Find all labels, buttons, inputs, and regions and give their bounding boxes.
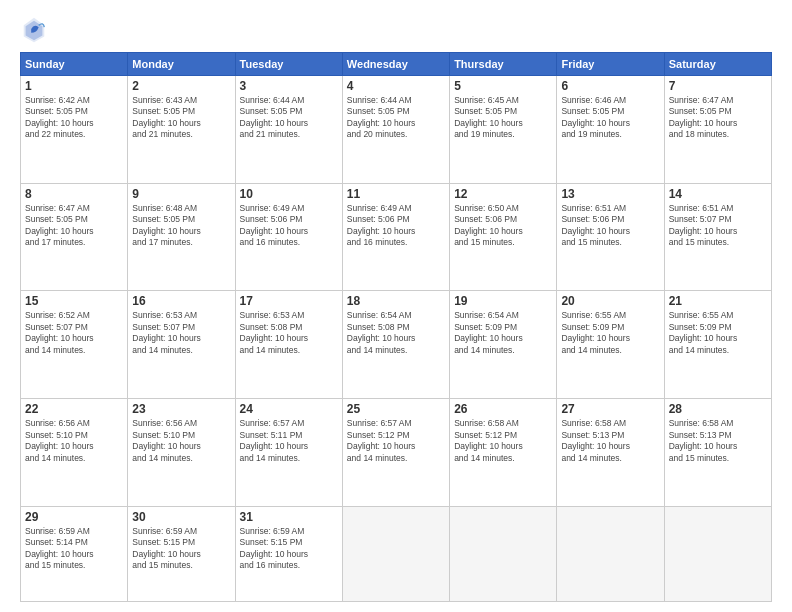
day-info: Sunrise: 6:43 AMSunset: 5:05 PMDaylight:… — [132, 95, 230, 141]
calendar-cell — [450, 506, 557, 601]
calendar-week-row: 22Sunrise: 6:56 AMSunset: 5:10 PMDayligh… — [21, 399, 772, 507]
day-number: 31 — [240, 510, 338, 524]
day-info: Sunrise: 6:47 AMSunset: 5:05 PMDaylight:… — [669, 95, 767, 141]
calendar-cell — [557, 506, 664, 601]
day-number: 2 — [132, 79, 230, 93]
calendar-cell: 10Sunrise: 6:49 AMSunset: 5:06 PMDayligh… — [235, 183, 342, 291]
day-number: 23 — [132, 402, 230, 416]
calendar-body: 1Sunrise: 6:42 AMSunset: 5:05 PMDaylight… — [21, 76, 772, 602]
day-info: Sunrise: 6:55 AMSunset: 5:09 PMDaylight:… — [669, 310, 767, 356]
day-info: Sunrise: 6:54 AMSunset: 5:09 PMDaylight:… — [454, 310, 552, 356]
day-number: 18 — [347, 294, 445, 308]
logo — [20, 16, 52, 44]
day-number: 17 — [240, 294, 338, 308]
calendar-cell: 14Sunrise: 6:51 AMSunset: 5:07 PMDayligh… — [664, 183, 771, 291]
day-number: 4 — [347, 79, 445, 93]
day-info: Sunrise: 6:59 AMSunset: 5:15 PMDaylight:… — [132, 526, 230, 572]
calendar-header: SundayMondayTuesdayWednesdayThursdayFrid… — [21, 53, 772, 76]
day-info: Sunrise: 6:55 AMSunset: 5:09 PMDaylight:… — [561, 310, 659, 356]
calendar-cell: 28Sunrise: 6:58 AMSunset: 5:13 PMDayligh… — [664, 399, 771, 507]
calendar-cell: 15Sunrise: 6:52 AMSunset: 5:07 PMDayligh… — [21, 291, 128, 399]
calendar-cell: 6Sunrise: 6:46 AMSunset: 5:05 PMDaylight… — [557, 76, 664, 184]
calendar-cell: 20Sunrise: 6:55 AMSunset: 5:09 PMDayligh… — [557, 291, 664, 399]
day-number: 13 — [561, 187, 659, 201]
day-info: Sunrise: 6:44 AMSunset: 5:05 PMDaylight:… — [240, 95, 338, 141]
logo-icon — [20, 16, 48, 44]
day-info: Sunrise: 6:42 AMSunset: 5:05 PMDaylight:… — [25, 95, 123, 141]
calendar-table: SundayMondayTuesdayWednesdayThursdayFrid… — [20, 52, 772, 602]
calendar-cell: 9Sunrise: 6:48 AMSunset: 5:05 PMDaylight… — [128, 183, 235, 291]
day-info: Sunrise: 6:56 AMSunset: 5:10 PMDaylight:… — [132, 418, 230, 464]
day-number: 29 — [25, 510, 123, 524]
day-info: Sunrise: 6:57 AMSunset: 5:11 PMDaylight:… — [240, 418, 338, 464]
day-info: Sunrise: 6:53 AMSunset: 5:08 PMDaylight:… — [240, 310, 338, 356]
day-number: 15 — [25, 294, 123, 308]
day-number: 6 — [561, 79, 659, 93]
weekday-header-sunday: Sunday — [21, 53, 128, 76]
calendar-cell: 31Sunrise: 6:59 AMSunset: 5:15 PMDayligh… — [235, 506, 342, 601]
calendar-cell: 4Sunrise: 6:44 AMSunset: 5:05 PMDaylight… — [342, 76, 449, 184]
calendar-cell: 12Sunrise: 6:50 AMSunset: 5:06 PMDayligh… — [450, 183, 557, 291]
calendar-week-row: 15Sunrise: 6:52 AMSunset: 5:07 PMDayligh… — [21, 291, 772, 399]
calendar-cell — [342, 506, 449, 601]
calendar-cell: 8Sunrise: 6:47 AMSunset: 5:05 PMDaylight… — [21, 183, 128, 291]
day-number: 27 — [561, 402, 659, 416]
calendar-cell: 7Sunrise: 6:47 AMSunset: 5:05 PMDaylight… — [664, 76, 771, 184]
day-number: 25 — [347, 402, 445, 416]
calendar-week-row: 8Sunrise: 6:47 AMSunset: 5:05 PMDaylight… — [21, 183, 772, 291]
day-number: 1 — [25, 79, 123, 93]
day-number: 10 — [240, 187, 338, 201]
day-number: 8 — [25, 187, 123, 201]
calendar-cell: 27Sunrise: 6:58 AMSunset: 5:13 PMDayligh… — [557, 399, 664, 507]
calendar-cell — [664, 506, 771, 601]
calendar-cell: 24Sunrise: 6:57 AMSunset: 5:11 PMDayligh… — [235, 399, 342, 507]
weekday-header-thursday: Thursday — [450, 53, 557, 76]
day-info: Sunrise: 6:47 AMSunset: 5:05 PMDaylight:… — [25, 203, 123, 249]
day-number: 22 — [25, 402, 123, 416]
day-number: 28 — [669, 402, 767, 416]
calendar-cell: 18Sunrise: 6:54 AMSunset: 5:08 PMDayligh… — [342, 291, 449, 399]
day-info: Sunrise: 6:56 AMSunset: 5:10 PMDaylight:… — [25, 418, 123, 464]
day-number: 19 — [454, 294, 552, 308]
day-info: Sunrise: 6:51 AMSunset: 5:06 PMDaylight:… — [561, 203, 659, 249]
weekday-header-row: SundayMondayTuesdayWednesdayThursdayFrid… — [21, 53, 772, 76]
calendar-cell: 17Sunrise: 6:53 AMSunset: 5:08 PMDayligh… — [235, 291, 342, 399]
day-number: 12 — [454, 187, 552, 201]
day-info: Sunrise: 6:59 AMSunset: 5:15 PMDaylight:… — [240, 526, 338, 572]
day-number: 21 — [669, 294, 767, 308]
day-number: 26 — [454, 402, 552, 416]
calendar-week-row: 1Sunrise: 6:42 AMSunset: 5:05 PMDaylight… — [21, 76, 772, 184]
day-number: 3 — [240, 79, 338, 93]
day-info: Sunrise: 6:57 AMSunset: 5:12 PMDaylight:… — [347, 418, 445, 464]
calendar-cell: 25Sunrise: 6:57 AMSunset: 5:12 PMDayligh… — [342, 399, 449, 507]
weekday-header-wednesday: Wednesday — [342, 53, 449, 76]
day-info: Sunrise: 6:48 AMSunset: 5:05 PMDaylight:… — [132, 203, 230, 249]
day-info: Sunrise: 6:45 AMSunset: 5:05 PMDaylight:… — [454, 95, 552, 141]
day-info: Sunrise: 6:58 AMSunset: 5:13 PMDaylight:… — [669, 418, 767, 464]
day-number: 30 — [132, 510, 230, 524]
calendar-cell: 26Sunrise: 6:58 AMSunset: 5:12 PMDayligh… — [450, 399, 557, 507]
day-info: Sunrise: 6:49 AMSunset: 5:06 PMDaylight:… — [240, 203, 338, 249]
weekday-header-saturday: Saturday — [664, 53, 771, 76]
day-number: 9 — [132, 187, 230, 201]
calendar-week-row: 29Sunrise: 6:59 AMSunset: 5:14 PMDayligh… — [21, 506, 772, 601]
day-number: 24 — [240, 402, 338, 416]
day-info: Sunrise: 6:49 AMSunset: 5:06 PMDaylight:… — [347, 203, 445, 249]
calendar-cell: 2Sunrise: 6:43 AMSunset: 5:05 PMDaylight… — [128, 76, 235, 184]
day-info: Sunrise: 6:53 AMSunset: 5:07 PMDaylight:… — [132, 310, 230, 356]
day-number: 16 — [132, 294, 230, 308]
calendar-cell: 11Sunrise: 6:49 AMSunset: 5:06 PMDayligh… — [342, 183, 449, 291]
calendar-cell: 1Sunrise: 6:42 AMSunset: 5:05 PMDaylight… — [21, 76, 128, 184]
day-number: 5 — [454, 79, 552, 93]
calendar-cell: 16Sunrise: 6:53 AMSunset: 5:07 PMDayligh… — [128, 291, 235, 399]
weekday-header-friday: Friday — [557, 53, 664, 76]
weekday-header-tuesday: Tuesday — [235, 53, 342, 76]
calendar-cell: 22Sunrise: 6:56 AMSunset: 5:10 PMDayligh… — [21, 399, 128, 507]
calendar-cell: 21Sunrise: 6:55 AMSunset: 5:09 PMDayligh… — [664, 291, 771, 399]
day-info: Sunrise: 6:59 AMSunset: 5:14 PMDaylight:… — [25, 526, 123, 572]
calendar-cell: 23Sunrise: 6:56 AMSunset: 5:10 PMDayligh… — [128, 399, 235, 507]
weekday-header-monday: Monday — [128, 53, 235, 76]
day-number: 11 — [347, 187, 445, 201]
calendar-cell: 29Sunrise: 6:59 AMSunset: 5:14 PMDayligh… — [21, 506, 128, 601]
day-info: Sunrise: 6:46 AMSunset: 5:05 PMDaylight:… — [561, 95, 659, 141]
